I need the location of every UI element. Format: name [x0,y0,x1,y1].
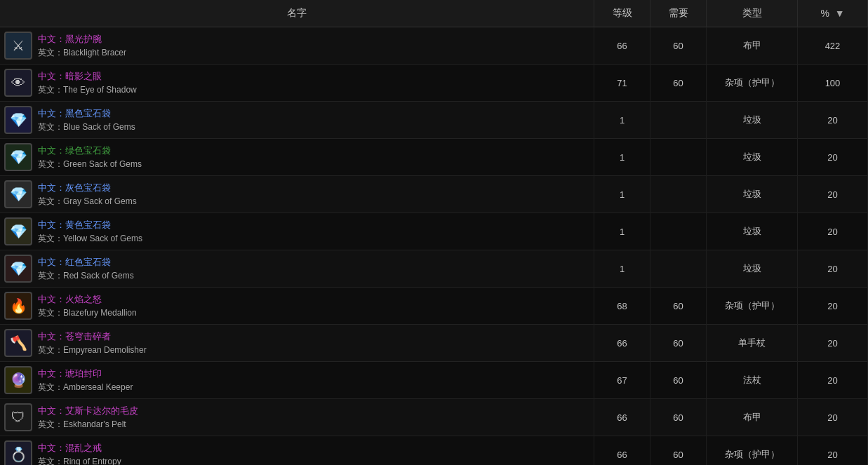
item-name-cell: 🛡 中文：艾斯卡达尔的毛皮 英文：Eskhandar's Pelt [0,399,594,436]
header-level[interactable]: 等级 [594,0,650,27]
item-require [650,213,707,250]
header-name: 名字 [0,0,594,27]
sort-desc-icon: ▼ [835,8,845,19]
item-name-cell: 🔥 中文：火焰之怒 英文：Blazefury Medallion [0,288,594,325]
item-chinese-name: 中文：黑色宝石袋 [38,107,135,120]
item-text: 中文：苍穹击碎者 英文：Empyrean Demolisher [38,330,147,356]
item-chinese-name: 中文：混乱之戒 [38,442,121,454]
table-row[interactable]: 🔮 中文：琥珀封印 英文：Amberseal Keeper 67 60 法杖 2… [0,362,868,399]
table-row[interactable]: 👁 中文：暗影之眼 英文：The Eye of Shadow 71 60 杂项（… [0,65,868,102]
item-english-name: 英文：Blazefury Medallion [38,307,137,319]
item-name-cell: 💎 中文：红色宝石袋 英文：Red Sack of Gems [0,250,594,288]
item-type: 布甲 [707,27,798,65]
item-level: 1 [594,139,650,176]
item-text: 中文：黄色宝石袋 英文：Yellow Sack of Gems [38,219,142,245]
item-icon: 🪓 [4,329,32,357]
item-percent: 20 [798,176,868,213]
item-level: 68 [594,288,650,325]
item-chinese-name: 中文：灰色宝石袋 [38,182,137,194]
item-chinese-name: 中文：火焰之怒 [38,293,137,306]
item-english-name: 英文：Blue Sack of Gems [38,121,135,133]
item-english-name: 英文：Blacklight Bracer [38,47,126,59]
item-require [650,250,707,288]
item-require: 60 [650,399,707,436]
table-row[interactable]: 🪓 中文：苍穹击碎者 英文：Empyrean Demolisher 66 60 … [0,325,868,362]
item-level: 66 [594,399,650,436]
item-percent: 422 [798,27,868,65]
table-row[interactable]: ⚔ 中文：黑光护腕 英文：Blacklight Bracer 66 60 布甲 … [0,27,868,65]
item-chinese-name: 中文：绿色宝石袋 [38,144,142,157]
item-chinese-name: 中文：暗影之眼 [38,70,137,83]
item-require: 60 [650,288,707,325]
item-icon: 🔮 [4,366,32,394]
table-row[interactable]: 💎 中文：黄色宝石袋 英文：Yellow Sack of Gems 1 垃圾 2… [0,213,868,250]
item-require: 60 [650,325,707,362]
item-require: 60 [650,436,707,466]
table-row[interactable]: 💍 中文：混乱之戒 英文：Ring of Entropy 66 60 杂项（护甲… [0,436,868,466]
item-text: 中文：黑色宝石袋 英文：Blue Sack of Gems [38,107,135,133]
item-name-cell: ⚔ 中文：黑光护腕 英文：Blacklight Bracer [0,27,594,65]
table-row[interactable]: 🔥 中文：火焰之怒 英文：Blazefury Medallion 68 60 杂… [0,288,868,325]
item-level: 1 [594,102,650,139]
item-name-cell: 🪓 中文：苍穹击碎者 英文：Empyrean Demolisher [0,325,594,362]
item-name-cell: 🔮 中文：琥珀封印 英文：Amberseal Keeper [0,362,594,399]
table-row[interactable]: 🛡 中文：艾斯卡达尔的毛皮 英文：Eskhandar's Pelt 66 60 … [0,399,868,436]
item-type: 垃圾 [707,250,798,288]
item-chinese-name: 中文：黑光护腕 [38,33,126,46]
header-percent[interactable]: % ▼ [798,0,868,27]
item-icon: 🛡 [4,403,32,431]
item-level: 1 [594,250,650,288]
item-require: 60 [650,65,707,102]
table-row[interactable]: 💎 中文：绿色宝石袋 英文：Green Sack of Gems 1 垃圾 20 [0,139,868,176]
item-require: 60 [650,27,707,65]
item-icon: 💎 [4,217,32,245]
item-chinese-name: 中文：琥珀封印 [38,368,133,380]
item-type: 垃圾 [707,176,798,213]
item-english-name: 英文：Ring of Entropy [38,456,121,466]
header-require[interactable]: 需要 [650,0,707,27]
item-english-name: 英文：Gray Sack of Gems [38,196,137,208]
item-type: 垃圾 [707,213,798,250]
item-chinese-name: 中文：苍穹击碎者 [38,330,147,343]
item-text: 中文：绿色宝石袋 英文：Green Sack of Gems [38,144,142,170]
item-percent: 20 [798,139,868,176]
item-type: 单手杖 [707,325,798,362]
item-icon: 💎 [4,180,32,208]
item-type: 杂项（护甲） [707,65,798,102]
item-english-name: 英文：Yellow Sack of Gems [38,233,142,245]
item-type: 杂项（护甲） [707,436,798,466]
item-text: 中文：灰色宝石袋 英文：Gray Sack of Gems [38,182,137,208]
item-percent: 20 [798,213,868,250]
item-percent: 20 [798,399,868,436]
item-icon: 💎 [4,143,32,171]
header-type[interactable]: 类型 [707,0,798,27]
item-level: 1 [594,176,650,213]
item-require: 60 [650,362,707,399]
item-text: 中文：琥珀封印 英文：Amberseal Keeper [38,368,133,393]
item-level: 66 [594,436,650,466]
item-name-cell: 💎 中文：绿色宝石袋 英文：Green Sack of Gems [0,139,594,176]
item-percent: 20 [798,362,868,399]
item-percent: 100 [798,65,868,102]
item-text: 中文：红色宝石袋 英文：Red Sack of Gems [38,256,134,282]
table-row[interactable]: 💎 中文：灰色宝石袋 英文：Gray Sack of Gems 1 垃圾 20 [0,176,868,213]
item-icon: 💍 [4,440,32,465]
item-name-cell: 👁 中文：暗影之眼 英文：The Eye of Shadow [0,65,594,102]
item-english-name: 英文：Empyrean Demolisher [38,344,147,356]
item-level: 66 [594,27,650,65]
item-name-cell: 💎 中文：灰色宝石袋 英文：Gray Sack of Gems [0,176,594,213]
item-icon: 💎 [4,255,32,283]
item-percent: 20 [798,436,868,466]
item-percent: 20 [798,288,868,325]
item-name-cell: 💎 中文：黄色宝石袋 英文：Yellow Sack of Gems [0,213,594,250]
item-text: 中文：艾斯卡达尔的毛皮 英文：Eskhandar's Pelt [38,405,138,431]
table-row[interactable]: 💎 中文：红色宝石袋 英文：Red Sack of Gems 1 垃圾 20 [0,250,868,288]
table-row[interactable]: 💎 中文：黑色宝石袋 英文：Blue Sack of Gems 1 垃圾 20 [0,102,868,139]
item-text: 中文：暗影之眼 英文：The Eye of Shadow [38,70,137,96]
item-english-name: 英文：The Eye of Shadow [38,84,137,96]
item-icon: ⚔ [4,32,32,60]
item-chinese-name: 中文：黄色宝石袋 [38,219,142,231]
item-name-cell: 💍 中文：混乱之戒 英文：Ring of Entropy [0,436,594,466]
item-english-name: 英文：Red Sack of Gems [38,270,134,282]
item-type: 杂项（护甲） [707,288,798,325]
